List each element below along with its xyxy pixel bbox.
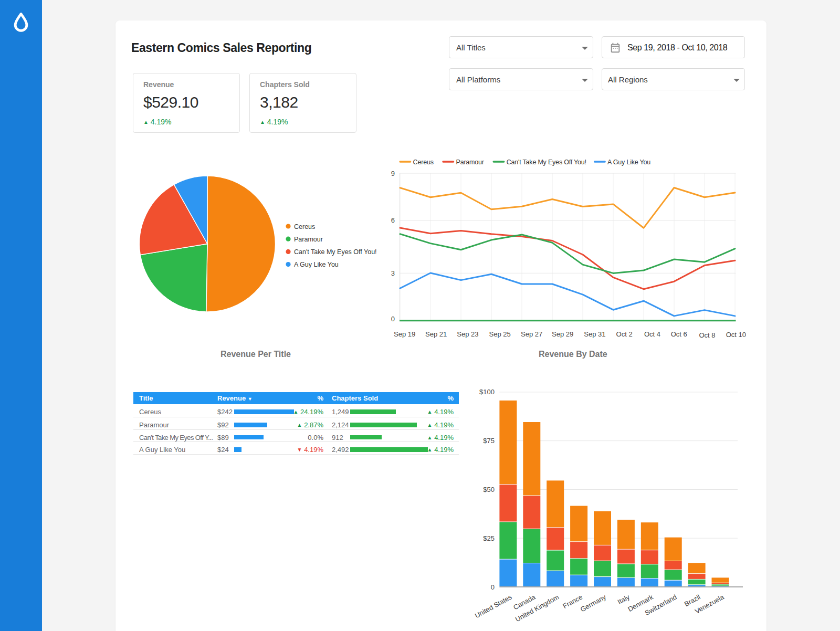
- svg-text:Can't Take My Eyes Off You!: Can't Take My Eyes Off You!: [507, 159, 586, 166]
- svg-text:A Guy Like You: A Guy Like You: [607, 159, 650, 166]
- svg-text:6: 6: [391, 216, 395, 224]
- svg-text:Oct 10: Oct 10: [726, 331, 746, 339]
- svg-text:Cereus: Cereus: [294, 223, 315, 230]
- svg-text:Paramour: Paramour: [456, 159, 484, 166]
- svg-text:Germany: Germany: [579, 593, 607, 613]
- svg-text:$50: $50: [483, 486, 495, 493]
- svg-text:0: 0: [391, 315, 395, 323]
- svg-text:Oct 2: Oct 2: [616, 330, 633, 338]
- svg-text:3: 3: [391, 269, 395, 277]
- svg-text:Sep 23: Sep 23: [457, 330, 478, 338]
- svg-text:Can't Take My Eyes Off You!: Can't Take My Eyes Off You!: [294, 248, 377, 256]
- svg-text:Italy: Italy: [616, 593, 632, 606]
- svg-text:Sep 29: Sep 29: [552, 330, 573, 338]
- svg-text:$75: $75: [483, 437, 495, 445]
- svg-text:Oct 8: Oct 8: [699, 331, 715, 339]
- svg-text:Sep 25: Sep 25: [489, 330, 511, 338]
- svg-text:United States: United States: [474, 593, 513, 619]
- svg-text:0: 0: [491, 583, 495, 591]
- svg-text:Sep 31: Sep 31: [584, 330, 605, 338]
- svg-text:Sep 21: Sep 21: [425, 330, 447, 338]
- svg-text:Oct 4: Oct 4: [644, 330, 660, 338]
- svg-text:Sep 27: Sep 27: [521, 330, 542, 338]
- svg-text:Paramour: Paramour: [294, 236, 323, 243]
- svg-text:A Guy Like You: A Guy Like You: [294, 261, 339, 268]
- svg-text:Oct 6: Oct 6: [671, 330, 687, 338]
- svg-text:Sep 19: Sep 19: [394, 330, 415, 338]
- svg-text:$100: $100: [479, 388, 495, 396]
- svg-text:$25: $25: [483, 534, 495, 542]
- svg-text:Cereus: Cereus: [413, 159, 434, 166]
- svg-text:9: 9: [391, 170, 395, 177]
